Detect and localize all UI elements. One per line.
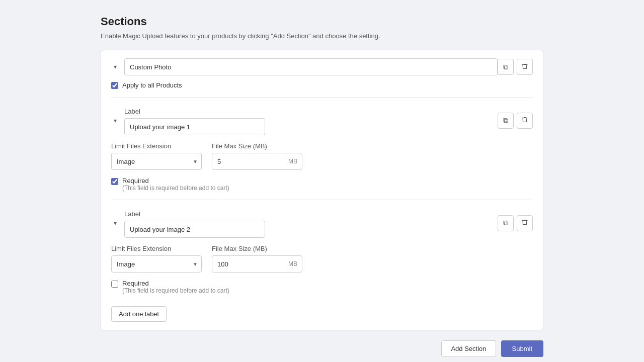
label-1-required-row: Required (This field is required before … — [111, 177, 533, 192]
section-copy-button[interactable]: ⧉ — [498, 59, 514, 75]
label-2-extension-select[interactable]: Image PDF Any — [111, 255, 202, 273]
apply-all-checkbox[interactable] — [111, 82, 118, 89]
label-1-icon-btns: ⧉ — [498, 113, 533, 129]
label-2-required-hint: (This field is required before add to ca… — [122, 287, 229, 294]
copy-icon-2: ⧉ — [503, 219, 508, 227]
label-2-header-left: ▾ Label — [111, 208, 265, 238]
label-2-required-row: Required (This field is required before … — [111, 280, 533, 294]
section-card: ▾ ⧉ Apply to all Products — [101, 50, 543, 330]
section-name-input[interactable] — [124, 58, 498, 75]
trash-icon-1 — [521, 116, 528, 125]
apply-all-label[interactable]: Apply to all Products — [122, 81, 182, 89]
add-label-button[interactable]: Add one label — [111, 306, 167, 322]
copy-icon-1: ⧉ — [503, 116, 508, 125]
label-2-header: ▾ Label ⧉ — [111, 208, 533, 238]
section-chevron-icon[interactable]: ▾ — [111, 63, 119, 70]
label-1-select-wrapper: Image PDF Any ▼ — [111, 153, 202, 170]
label-2-file-max-input[interactable] — [212, 255, 302, 273]
section-icon-btns: ⧉ — [498, 59, 533, 75]
label-2-section: ▾ Label ⧉ — [111, 208, 533, 294]
label-2-fields-row: Limit Files Extension Image PDF Any ▼ Fi… — [111, 245, 533, 273]
label-2-file-max-label: File Max Size (MB) — [212, 245, 302, 252]
label-2-copy-button[interactable]: ⧉ — [498, 215, 514, 231]
label-2-block: Label — [124, 208, 265, 238]
divider-1 — [111, 97, 533, 98]
label-1-block: Label — [124, 106, 265, 135]
section-delete-button[interactable] — [517, 59, 533, 75]
label-2-required-checkbox[interactable] — [111, 281, 118, 288]
label-1-required-hint: (This field is required before add to ca… — [122, 185, 229, 192]
label-1-chevron-icon[interactable]: ▾ — [111, 117, 119, 124]
apply-all-row: Apply to all Products — [111, 81, 533, 89]
label-1-copy-button[interactable]: ⧉ — [498, 113, 514, 129]
label-1-file-max-group: File Max Size (MB) MB — [212, 142, 302, 170]
label-1-file-max-label: File Max Size (MB) — [212, 142, 302, 150]
label-2-icon-btns: ⧉ — [498, 215, 533, 231]
page-title: Sections — [101, 15, 543, 28]
label-1-required-label: Required — [122, 177, 229, 185]
label-1-field-label: Label — [124, 108, 265, 115]
trash-icon — [521, 63, 528, 71]
page-subtitle: Enable Magic Upload features to your pro… — [101, 32, 543, 40]
label-1-required-text-block: Required (This field is required before … — [122, 177, 229, 192]
section-header-left: ▾ — [111, 58, 498, 75]
add-section-button[interactable]: Add Section — [441, 340, 496, 357]
label-1-header: ▾ Label ⧉ — [111, 106, 533, 135]
label-2-delete-button[interactable] — [517, 215, 533, 231]
trash-icon-2 — [521, 219, 528, 227]
submit-button[interactable]: Submit — [501, 340, 543, 357]
copy-icon: ⧉ — [503, 63, 508, 71]
label-2-limit-files-label: Limit Files Extension — [111, 245, 202, 252]
label-2-input[interactable] — [124, 221, 265, 238]
label-1-delete-button[interactable] — [517, 113, 533, 129]
label-1-header-left: ▾ Label — [111, 106, 265, 135]
label-1-file-max-input[interactable] — [212, 153, 302, 170]
label-1-required-checkbox[interactable] — [111, 178, 118, 185]
label-2-required-text-block: Required (This field is required before … — [122, 280, 229, 294]
label-2-chevron-icon[interactable]: ▾ — [111, 220, 119, 227]
label-1-fields-row: Limit Files Extension Image PDF Any ▼ Fi… — [111, 142, 533, 170]
label-2-select-wrapper: Image PDF Any ▼ — [111, 255, 202, 273]
label-2-file-max-group: File Max Size (MB) MB — [212, 245, 302, 273]
label-2-limit-files-group: Limit Files Extension Image PDF Any ▼ — [111, 245, 202, 273]
label-1-input[interactable] — [124, 118, 265, 135]
label-2-required-label: Required — [122, 280, 229, 287]
label-1-section: ▾ Label ⧉ — [111, 106, 533, 192]
divider-2 — [111, 200, 533, 200]
label-2-field-label: Label — [124, 210, 265, 218]
footer-actions: Add Section Submit — [101, 340, 543, 362]
label-1-extension-select[interactable]: Image PDF Any — [111, 153, 202, 170]
label-1-limit-files-label: Limit Files Extension — [111, 142, 202, 150]
label-1-mb-wrapper: MB — [212, 153, 302, 170]
label-2-mb-wrapper: MB — [212, 255, 302, 273]
label-1-limit-files-group: Limit Files Extension Image PDF Any ▼ — [111, 142, 202, 170]
section-header: ▾ ⧉ — [111, 58, 533, 75]
